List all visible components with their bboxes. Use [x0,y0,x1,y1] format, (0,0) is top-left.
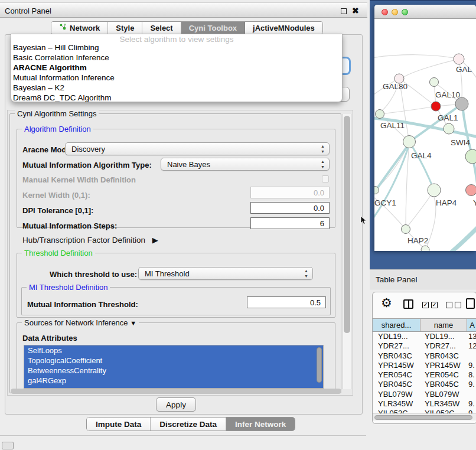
dropdown-item[interactable]: Bayesian – Hill Climbing [11,43,342,53]
tab-cyni-toolbox[interactable]: Cyni Toolbox [181,22,245,34]
expand-right-icon: ▶ [152,236,158,244]
node-gal-top[interactable] [454,54,464,64]
settings-vscrollbar-thumb[interactable] [344,116,350,333]
node-gal10[interactable] [430,78,439,87]
table-row[interactable]: YPR145WYPR145W9. [373,361,476,370]
settings-hscrollbar-thumb[interactable] [11,389,341,394]
which-threshold-select[interactable]: MI Threshold ▲▼ [138,267,313,280]
mi-threshold-value: 0.5 [310,298,321,307]
unchecked-checkbox-icon[interactable] [446,302,452,308]
table-row[interactable]: YER054CYER054C8. [373,370,476,380]
node-swi4[interactable] [444,123,454,134]
table-cell: YBR045C [425,380,466,389]
mi-threshold-input[interactable]: 0.5 [247,296,326,308]
close-traffic-light-icon[interactable] [382,9,388,15]
tab-style[interactable]: Style [108,22,142,34]
node-salmon[interactable] [466,185,476,196]
table-cell: YBL079W [425,390,466,399]
table-hscrollbar-track[interactable] [373,413,476,420]
sources-title: Sources for Network Inference [24,318,128,327]
manual-kernel-checkbox[interactable] [322,175,329,182]
table-row[interactable]: YDR27...YDR27...12 [373,341,476,351]
node-gal1[interactable] [431,102,441,111]
table-cell: YIL052C [425,409,466,413]
tab-label: Cyni Toolbox [189,24,237,32]
hub-definition-expander[interactable]: Hub/Transcription Factor Definition ▶ [22,236,158,244]
mi-steps-input[interactable]: 6 [250,217,330,229]
column-header-name[interactable]: name [420,319,467,331]
mi-threshold-label: Mutual Information Threshold: [27,300,138,309]
table-row[interactable]: YBL079WYBL079W [373,390,476,399]
column-header-A[interactable]: A [467,319,476,331]
node-gal11[interactable] [376,110,384,119]
attributes-scrollbar[interactable] [317,347,322,383]
mi-steps-value: 6 [320,219,324,228]
zoom-traffic-light-icon[interactable] [402,9,408,15]
attribute-item[interactable]: gal4RGexp [24,376,323,386]
dropdown-item[interactable]: Mutual Information Inference [11,73,342,83]
table-cell: YDL19... [378,332,419,341]
tab-infer-network[interactable]: Infer Network [226,418,295,431]
table-row[interactable]: YBR043CYBR043C [373,351,476,361]
tab-impute-data[interactable]: Impute Data [87,418,151,431]
desktop-top-edge [370,0,476,1]
file-icon[interactable] [466,298,475,309]
table-header-row: shared...nameA [373,318,476,332]
mi-type-value: Naive Bayes [167,160,210,169]
table-row[interactable]: YDL19...YDL19...13 [373,332,476,341]
attribute-item[interactable]: TopologicalCoefficient [24,356,323,366]
dropdown-item[interactable]: Basic Correlation Inference [11,53,342,63]
screen: Control Panel ✖ NetworkStyleSelectCyni T… [0,0,476,450]
tab-select[interactable]: Select [142,22,181,34]
checked-checkbox-icon[interactable]: ✓ [431,302,438,308]
tab-discretize-data[interactable]: Discretize Data [151,418,226,431]
attribute-item[interactable]: BetweennessCentrality [24,366,323,376]
combo-stepper-icon: ▲▼ [321,144,325,154]
dropdown-item[interactable]: Dream8 DC_TDC Algorithm [11,93,342,103]
node-gal4[interactable] [403,136,416,148]
split-columns-icon[interactable] [403,299,413,309]
unchecked-checkbox-icon[interactable] [455,302,461,308]
manual-kernel-label: Manual Kernel Width Definition [22,175,136,184]
mi-type-select[interactable]: Naive Bayes ▲▼ [161,158,330,171]
attribute-item[interactable]: SelfLoops [24,345,323,356]
table-cell: YER054C [378,370,419,380]
kernel-width-label: Kernel Width (0,1): [22,191,90,200]
network-icon [59,23,67,32]
node-hap2[interactable] [402,225,410,234]
network-canvas[interactable]: GALGAL80GAL10GAL1GAL11SWI4GAL4GCY1HAP4YH… [374,19,476,251]
table-row[interactable]: YLR345WYLR345W9. [373,399,476,409]
float-window-icon[interactable] [341,8,347,14]
control-panel-title: Control Panel [5,6,51,15]
expand-down-icon: ▼ [130,319,136,327]
table-row[interactable]: YBR045CYBR045C9. [373,380,476,389]
node-hub-gray[interactable] [455,97,468,110]
aracne-mode-select[interactable]: Discovery ▲▼ [65,142,330,155]
table-hscrollbar-thumb[interactable] [374,415,472,420]
sources-expander[interactable]: Sources for Network Inference ▼ [22,318,139,327]
table-row[interactable]: YIL052CYIL052C9 [373,409,476,413]
table-panel-title: Table Panel [376,275,418,284]
tab-label: Network [70,24,100,32]
network-view-window[interactable]: GALGAL80GAL10GAL1GAL11SWI4GAL4GCY1HAP4YH… [374,5,476,251]
tab-network[interactable]: Network [51,22,108,34]
kernel-width-input[interactable]: 0.0 [250,187,330,198]
dropdown-item[interactable]: ARACNE Algorithm [11,63,342,73]
apply-button[interactable]: Apply [156,397,196,412]
column-header-shared[interactable]: shared... [373,319,420,331]
checked-checkbox-icon[interactable]: ✓ [422,302,429,308]
data-attributes-list[interactable]: SelfLoopsTopologicalCoefficientBetweenne… [24,345,324,389]
dropdown-item[interactable]: Bayesian – K2 [11,83,342,93]
mi-threshold-group-title: MI Threshold Definition [27,283,110,292]
node-big-green[interactable] [465,149,476,164]
node-hap4[interactable] [428,184,441,197]
mouse-cursor [360,216,367,226]
gear-icon[interactable]: ⚙ [381,296,392,310]
dpi-tolerance-input[interactable]: 0.0 [250,202,330,214]
minimize-traffic-light-icon[interactable] [392,9,398,15]
node-bottom[interactable] [421,246,429,251]
collapsed-panel-icon[interactable] [2,442,14,449]
dropdown-placeholder: Select algorithm to view settings [11,35,342,43]
close-icon[interactable]: ✖ [352,6,359,15]
tab-jactivemnodules[interactable]: jActiveMNodules [245,22,322,34]
